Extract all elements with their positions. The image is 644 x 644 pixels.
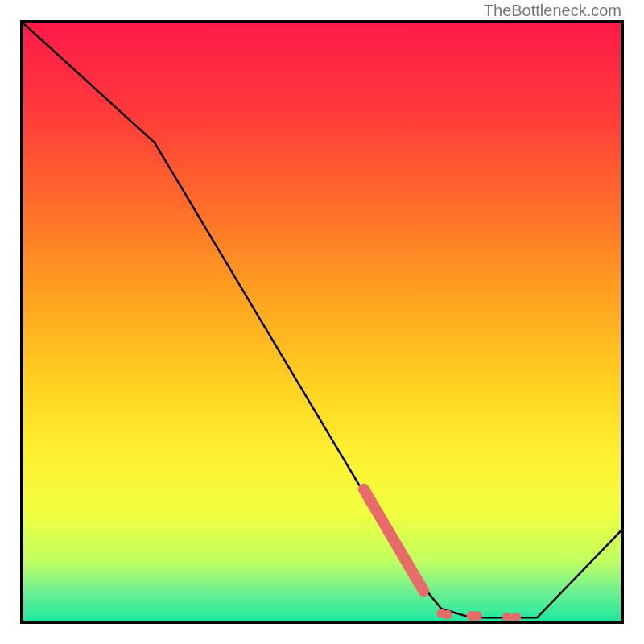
highlight-dots-point bbox=[473, 611, 482, 621]
chart-svg bbox=[23, 23, 621, 621]
plot-area bbox=[20, 20, 624, 624]
chart-container: TheBottleneck.com bbox=[0, 0, 644, 644]
gradient-background bbox=[23, 23, 621, 621]
attribution-text: TheBottleneck.com bbox=[484, 2, 621, 20]
highlight-dots-point bbox=[443, 610, 452, 620]
